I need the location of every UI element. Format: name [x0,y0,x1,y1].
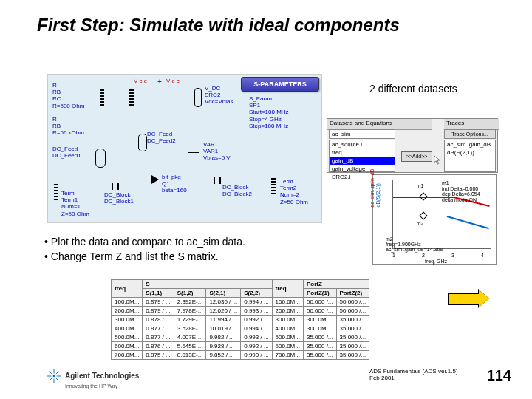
xtick: 1 [392,253,395,258]
svg-line-6 [56,378,59,381]
table-row: 100.0M...0.879 / ...2.392E-...12.036 / .… [112,298,369,307]
cell: 700.0M... [272,351,303,360]
list-item[interactable]: ac_sim..gain_dB [445,140,495,149]
cell: 35.000 /... [303,342,336,351]
marker2-readout: m2 freq=1.900GHz ac_sim..gain_dB=14.368 [386,236,443,252]
comp-bjt: bjt_pkg Q1 beta=160 [162,174,187,194]
marker-label-m1: m1 [417,183,424,188]
cell: 9.852 / ... [206,351,241,360]
list-item-selected[interactable]: gain_dB [330,157,395,165]
inductor-icon [95,149,106,168]
svg-line-5 [50,372,52,375]
th: PortZ(2) [336,289,369,298]
comp-term2: Term Term2 Num=2 Z=50 Ohm [280,178,308,205]
inductor-icon [138,134,147,151]
cell: 700.0M... [112,351,143,360]
y-axis-right-label: dB(S(2,1)) [375,183,381,207]
comp-dcblock1: DC_Block DC_Block1 [104,191,134,205]
agilent-logo-icon [47,369,61,383]
cell: 4.007E-... [174,333,206,342]
comp-var: VAR VAR1 Vbias=5 V [203,141,231,162]
cell: 35.000 /... [336,351,369,360]
comp-r-rc: R RB RC R=590 Ohm [52,82,84,109]
cell: 3.528E-... [174,324,206,333]
bullet-1: • Plot the data and compare to ac_sim da… [44,235,245,250]
list-item[interactable]: freq [330,149,395,157]
th: PortZ(1) [303,289,336,298]
cell: 0.990 / ... [241,351,272,360]
table-row: 600.0M...0.876 / ...5.645E-...9.928 / ..… [112,342,369,351]
cell: 0.994 / ... [241,298,272,307]
cell: 50.000 /... [303,307,336,316]
trace-options-button[interactable]: Trace Options... [444,129,496,139]
cell: 500.0M... [112,333,143,342]
cell: 9.982 / ... [206,333,241,342]
cell: 35.000 /... [303,351,336,360]
table-row: 300.0M...0.878 / ...1.729E-...11.994 / .… [112,316,369,324]
xtick: 4 [481,253,484,258]
panel-heading-right: Traces [444,119,499,130]
cell: 0.993 / ... [241,307,272,316]
cell: 35.000 /... [336,333,369,342]
cell: 0.875 / ... [143,351,174,360]
svg-line-8 [50,378,52,381]
term-icon [54,184,58,200]
variables-list[interactable]: ac_source.i freq gain_dB gain_voltage SR… [329,140,395,172]
table-row: 200.0M...0.879 / ...7.978E-...12.020 / .… [112,307,369,316]
bullet-2: • Change Term Z and list the S matrix. [44,250,245,265]
cell: 50.000 /... [336,307,369,316]
cell: 0.994 / ... [241,324,272,333]
th: S(2,2) [241,289,272,298]
list-item[interactable]: gain_voltage [330,165,395,173]
dataset-dropdown[interactable]: ac_sim [329,129,395,139]
cell: 11.994 / ... [206,316,241,324]
comp-vdc: V_DC SRC2 Vdc=Vbias [205,85,233,106]
comp-sparam: S_Param SP1 Start=100 MHz Stop=4 GHz Ste… [249,95,289,129]
footer-text: ADS Fundamentals (ADS ver.1.5) - Feb 200… [369,368,473,381]
vsource-icon [194,88,202,107]
cell: 400.0M... [112,324,143,333]
cell: 300.0M... [112,316,143,324]
label-plus: + [157,78,162,86]
comp-term1: Term Term1 Num=1 Z=50 Ohm [61,190,89,217]
traces-list[interactable]: ac_sim..gain_dB dB(S(2,1)) [444,140,496,172]
cell: 0.878 / ... [143,316,174,324]
cell: 300.0M... [272,316,303,324]
cell: 200.0M... [272,307,303,316]
schematic-panel: R RB RC R=590 Ohm R RB R=56 kOhm DC_Feed… [47,74,322,223]
cell: 50.000 /... [303,298,336,307]
add-button[interactable]: >>Add>> [401,151,432,162]
cell: 0.877 / ... [143,333,174,342]
th-group-s: S [143,280,272,289]
list-item[interactable]: dB(S(2,1)) [445,149,495,157]
cell: 100.0M... [272,298,303,307]
th-freq: freq [112,280,143,298]
cell: 300.0M... [303,316,336,324]
resistor-icon [100,88,104,106]
cell: 600.0M... [112,342,143,351]
svg-point-0 [53,375,55,378]
cell: 1.729E-... [174,316,206,324]
marker-label-m2: m2 [417,221,424,226]
svg-line-7 [56,372,59,375]
dataset-name: ac_sim [330,130,395,138]
xtick: 3 [451,253,454,258]
y-axis-left-label: ac_sim..gain_dB [369,169,375,208]
marker-m2 [419,211,427,219]
datasets-caption: 2 different datasets [369,83,457,95]
cell: 0.879 / ... [143,298,174,307]
cell: 12.036 / ... [206,298,241,307]
label-vcc2: V c c [166,78,180,84]
cell: 7.978E-... [174,307,206,316]
list-item[interactable]: ac_source.i [330,140,395,149]
table-row: 400.0M...0.877 / ...3.528E-...10.019 / .… [112,324,369,333]
cell: 2.392E-... [174,298,206,307]
cell: 500.0M... [272,333,303,342]
s-parameters-badge: S-PARAMETERS [241,77,319,92]
cell: 12.020 / ... [206,307,241,316]
th-freq2: freq [272,280,303,298]
cell: 5.645E-... [174,342,206,351]
th-group-portz: PortZ [303,280,369,289]
cap-icon [112,183,119,190]
chart-annotation: m1 ind Delta=0.000 dep Delta=6.054 delta… [442,180,480,203]
